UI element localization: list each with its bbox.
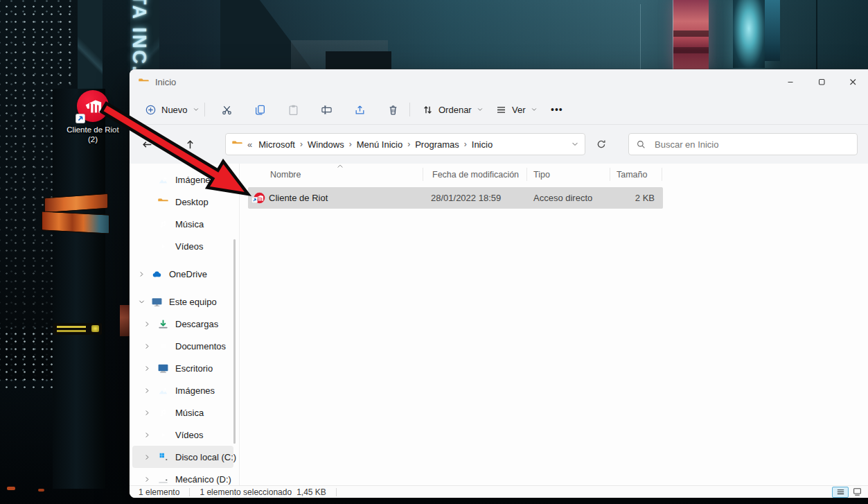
sidebar-item-descargas[interactable]: Descargas	[132, 313, 233, 335]
command-bar: Nuevo Ordenar Ver	[130, 94, 868, 125]
large-icons-view-icon	[852, 487, 862, 497]
wallpaper-tower	[53, 89, 105, 489]
chevron-down-icon	[193, 106, 200, 113]
rename-icon	[321, 104, 333, 116]
navigation-pane: Imágenes Desktop Música Vídeos OneDrive …	[130, 164, 239, 485]
breadcrumb-menu-inicio[interactable]: Menú Inicio	[353, 139, 406, 150]
search-icon	[636, 139, 646, 150]
chevron-right-icon	[143, 320, 151, 328]
desktop-screen: TA INC. Cliente de Riot (2) Inicio	[0, 0, 868, 504]
sidebar-item-disco-local-c[interactable]: Disco local (C:)	[132, 446, 233, 468]
plus-circle-icon	[145, 104, 157, 116]
sidebar-item-videos[interactable]: Vídeos	[132, 424, 233, 446]
file-row-cliente-de-riot[interactable]: Cliente de Riot 28/01/2022 18:59 Acceso …	[248, 187, 663, 209]
cut-button[interactable]	[213, 98, 240, 121]
sidebar-item-onedrive[interactable]: OneDrive	[132, 263, 233, 285]
breadcrumb-programas[interactable]: Programas	[411, 139, 463, 150]
share-button[interactable]	[346, 98, 373, 121]
wallpaper-light-dot	[38, 489, 44, 492]
paste-button[interactable]	[279, 98, 307, 121]
window-title: Inicio	[155, 77, 176, 87]
refresh-button[interactable]	[591, 134, 612, 155]
sidebar-scrollbar[interactable]	[233, 239, 236, 444]
navigation-bar: « Microsoft › Windows › Menú Inicio › Pr…	[130, 125, 868, 164]
folder-icon	[157, 196, 169, 208]
sidebar-item-imagenes-pinned[interactable]: Imágenes	[132, 168, 233, 191]
sidebar-item-musica[interactable]: Música	[132, 401, 233, 424]
riot-fist-icon	[82, 96, 103, 116]
wallpaper-windows-lower	[0, 327, 55, 388]
sort-ascending-icon	[336, 162, 344, 171]
sidebar-item-mecanico-d[interactable]: Mecánico (D:)	[132, 468, 233, 485]
sidebar-item-documentos[interactable]: Documentos	[132, 335, 233, 357]
address-bar[interactable]: « Microsoft › Windows › Menú Inicio › Pr…	[225, 133, 585, 155]
status-selected-size: 1,45 KB	[296, 487, 326, 497]
minimize-icon	[785, 76, 796, 87]
breadcrumb-separator: ›	[406, 139, 411, 149]
search-box[interactable]	[628, 133, 858, 155]
column-header-tamano[interactable]: Tamaño	[617, 167, 647, 182]
toolbar-divider	[204, 103, 205, 116]
sidebar-item-videos-pinned[interactable]: Vídeos	[132, 235, 233, 257]
copy-button[interactable]	[246, 98, 274, 121]
pictures-icon	[157, 174, 169, 186]
drive-c-icon	[157, 451, 169, 463]
column-header-nombre[interactable]: Nombre	[270, 167, 301, 182]
back-button[interactable]	[136, 134, 157, 155]
shortcut-sublabel: (2)	[60, 134, 126, 144]
wallpaper-antenna	[640, 4, 641, 69]
status-divider	[189, 488, 190, 496]
chevron-right-icon	[143, 409, 151, 417]
status-selected-count: 1 elemento seleccionado	[200, 487, 292, 497]
column-divider[interactable]	[610, 168, 610, 181]
column-divider[interactable]	[423, 168, 423, 181]
more-options-button[interactable]: •••	[545, 98, 569, 121]
sidebar-item-desktop-pinned[interactable]: Desktop	[132, 191, 233, 213]
view-label: Ver	[512, 105, 526, 115]
breadcrumb-inicio[interactable]: Inicio	[468, 139, 496, 150]
breadcrumb-windows[interactable]: Windows	[304, 139, 348, 150]
back-arrow-icon	[141, 139, 153, 150]
details-view-button[interactable]	[832, 487, 849, 498]
search-input[interactable]	[653, 139, 850, 150]
delete-button[interactable]	[379, 98, 407, 121]
new-label: Nuevo	[161, 105, 188, 115]
breadcrumb-microsoft[interactable]: Microsoft	[255, 139, 299, 150]
sidebar-item-imagenes[interactable]: Imágenes	[132, 379, 233, 401]
file-list-pane: Nombre Fecha de modificación Tipo Tamaño…	[240, 164, 868, 485]
column-divider[interactable]	[662, 168, 662, 181]
drive-d-icon	[157, 473, 169, 485]
chevron-right-icon	[143, 387, 151, 394]
window-chrome: Inicio Nuevo	[130, 69, 868, 164]
close-button[interactable]	[837, 69, 868, 94]
rename-button[interactable]	[312, 98, 340, 121]
status-item-count: 1 elemento	[139, 487, 179, 497]
explorer-window: Inicio Nuevo	[130, 69, 868, 498]
up-button[interactable]	[179, 134, 200, 155]
sidebar-item-escritorio[interactable]: Escritorio	[132, 357, 233, 379]
refresh-icon	[596, 139, 607, 150]
recent-locations-button[interactable]	[164, 134, 177, 155]
view-button[interactable]: Ver	[490, 98, 543, 121]
video-icon	[157, 429, 169, 441]
sidebar-item-este-equipo[interactable]: Este equipo	[132, 290, 233, 313]
large-icons-view-button[interactable]	[849, 487, 865, 498]
address-dropdown-icon[interactable]	[571, 140, 579, 148]
status-divider	[336, 488, 337, 496]
minimize-button[interactable]	[774, 69, 806, 94]
desktop-shortcut-cliente-de-riot[interactable]: Cliente de Riot (2)	[60, 90, 126, 144]
chevron-down-icon	[167, 141, 175, 148]
breadcrumb-separator: ›	[348, 139, 353, 149]
maximize-button[interactable]	[806, 69, 837, 94]
column-header-tipo[interactable]: Tipo	[533, 167, 550, 182]
shortcut-arrow-icon	[251, 197, 258, 203]
copy-icon	[254, 104, 266, 116]
new-button[interactable]: Nuevo	[139, 98, 205, 121]
chevron-right-icon	[143, 476, 151, 483]
sidebar-item-musica-pinned[interactable]: Música	[132, 213, 233, 235]
sort-button[interactable]: Ordenar	[416, 98, 489, 121]
ellipsis-icon: •••	[551, 104, 563, 115]
breadcrumb-overflow[interactable]: «	[243, 139, 255, 150]
column-divider[interactable]	[526, 168, 527, 181]
column-header-fecha[interactable]: Fecha de modificación	[432, 167, 519, 182]
